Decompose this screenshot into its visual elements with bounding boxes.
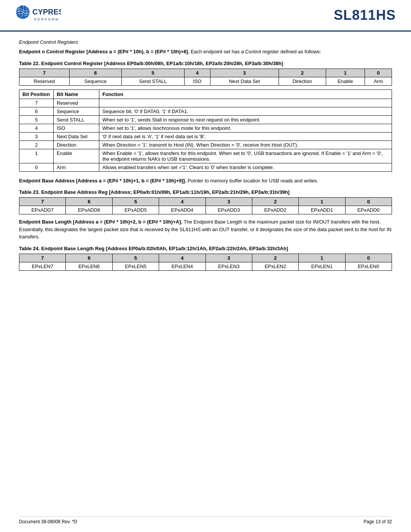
table22-cell-reserved: Reserved (19, 77, 70, 85)
document-info: Document 38-08008 Rev. *D (19, 519, 77, 524)
intro-bold: Endpoint n Control Register [Address a =… (19, 49, 190, 54)
table22-col3: 3 (210, 69, 279, 77)
table22-cell-sendstall: Send STALL (122, 77, 185, 85)
t23-col5: 5 (112, 198, 159, 206)
base-addr-paragraph: Endpoint Base Address [Address a = (EP# … (19, 177, 392, 185)
t23-col6: 6 (66, 198, 112, 206)
col-bit-position: Bit Position (19, 89, 54, 99)
table22-col2: 2 (279, 69, 326, 77)
t24-col4: 4 (159, 254, 206, 262)
bit-row-3: 3 Next Data Set '0' if next data set is … (19, 132, 392, 141)
bit-detail-header-row: Bit Position Bit Name Function (19, 89, 392, 99)
bit-row-7: 7 Reserved (19, 99, 392, 107)
bit-row-4: 4 ISO When set to '1', allows Isochronou… (19, 124, 392, 132)
t24-col1: 1 (299, 254, 345, 262)
col-bit-name: Bit Name (54, 89, 99, 99)
table22-col1: 1 (326, 69, 365, 77)
product-title: SL811HS (334, 7, 396, 23)
page-footer: Document 38-08008 Rev. *D Page 13 of 32 (19, 516, 392, 524)
bit-row-1: 1 Enable When Enable = '1', allows trans… (19, 149, 392, 163)
table22-cell-sequence: Sequence (69, 77, 121, 85)
t24-col3: 3 (206, 254, 252, 262)
table22-col5: 5 (122, 69, 185, 77)
t23-col1: 1 (299, 198, 345, 206)
table22-col6: 6 (69, 69, 121, 77)
bit-detail-table: Bit Position Bit Name Function 7 Reserve… (19, 89, 392, 172)
page-number: Page 13 of 32 (363, 519, 392, 524)
table24-header-row: 7 6 5 4 3 2 1 0 (19, 254, 392, 262)
bit-row-0: 0 Arm Allows enabled transfers when set … (19, 163, 392, 171)
intro-paragraph: Endpoint n Control Register [Address a =… (19, 48, 392, 56)
intro-normal: Each endpoint set has a Control register… (190, 49, 321, 54)
t23-col4: 4 (159, 198, 206, 206)
table22-cell-enable: Enable (326, 77, 365, 85)
t24-col0: 0 (345, 254, 392, 262)
cypress-logo: CYPRESS PERFORM (11, 4, 61, 27)
t24-col6: 6 (66, 254, 112, 262)
table23-header-row: 7 6 5 4 3 2 1 0 (19, 198, 392, 206)
table22-cell-iso: ISO (184, 77, 210, 85)
t24-col5: 5 (112, 254, 159, 262)
table22-header-row: 7 6 5 4 3 2 1 0 (19, 69, 392, 77)
table22-data-row: Reserved Sequence Send STALL ISO Next Da… (19, 77, 392, 85)
table22-cell-direction: Direction (279, 77, 326, 85)
logo-area: CYPRESS PERFORM (11, 4, 61, 27)
t23-col3: 3 (206, 198, 252, 206)
base-len-paragraph: Endpoint Base Length [Address a = (EP# *… (19, 218, 392, 241)
bit-row-6: 6 Sequence Sequence bit. '0' if DATA0, '… (19, 107, 392, 115)
table22-col7: 7 (19, 69, 70, 77)
t23-col7: 7 (19, 198, 66, 206)
t23-col0: 0 (345, 198, 392, 206)
table23-title: Table 23. Endpoint Base Address Reg [Add… (19, 189, 392, 196)
table24-title: Table 24. Endpoint Base Length Reg [Addr… (19, 245, 392, 252)
section-title: Endpoint Control Registers (19, 39, 392, 45)
table24: 7 6 5 4 3 2 1 0 EPxLEN7 EPxLEN6 EPxLEN5 … (19, 254, 392, 271)
table22-col4: 4 (184, 69, 210, 77)
table23: 7 6 5 4 3 2 1 0 EPxADD7 EPxADD6 EPxADD5 … (19, 197, 392, 214)
t23-col2: 2 (252, 198, 298, 206)
base-len-bold: Endpoint Base Length [Address a = (EP# *… (19, 219, 182, 225)
table22-col0: 0 (365, 69, 392, 77)
t24-col7: 7 (19, 254, 66, 262)
main-content: Endpoint Control Registers Endpoint n Co… (0, 32, 411, 290)
table22-cell-nextdataset: Next Data Set (210, 77, 279, 85)
table23-data-row: EPxADD7 EPxADD6 EPxADD5 EPxADD4 EPxADD3 … (19, 206, 392, 214)
svg-text:PERFORM: PERFORM (34, 18, 59, 21)
base-addr-normal: Pointer to memory buffer location for US… (186, 178, 319, 184)
bit-row-2: 2 Direction When Direction = '1', transm… (19, 141, 392, 149)
col-function: Function (99, 89, 392, 99)
table22-title: Table 22. Endpoint Control Register [Add… (19, 60, 392, 67)
t24-col2: 2 (252, 254, 298, 262)
table22: 7 6 5 4 3 2 1 0 Reserved Sequence Send S… (19, 69, 392, 86)
bit-row-5: 5 Send STALL When set to '1', sends Stal… (19, 115, 392, 124)
base-addr-bold: Endpoint Base Address [Address a = (EP# … (19, 178, 186, 184)
table22-cell-arm: Arm (365, 77, 392, 85)
svg-text:CYPRESS: CYPRESS (32, 8, 61, 16)
page-header: CYPRESS PERFORM SL811HS (0, 0, 411, 32)
table24-data-row: EPxLEN7 EPxLEN6 EPxLEN5 EPxLEN4 EPxLEN3 … (19, 262, 392, 271)
